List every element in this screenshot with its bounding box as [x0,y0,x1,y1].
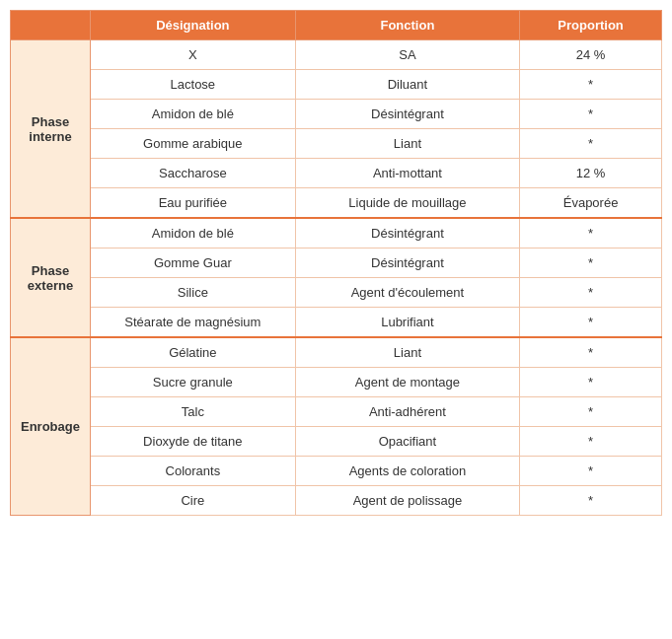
cell-proportion: * [520,70,662,100]
cell-fonction: Désintégrant [295,218,519,248]
cell-designation: Gomme arabique [90,129,295,159]
cell-designation: Stéarate de magnésium [90,308,295,338]
section-label-0: Phase interne [11,40,91,219]
cell-fonction: Agent de polissage [295,486,519,516]
cell-designation: Silice [90,278,295,308]
cell-fonction: Agent de montage [295,368,519,397]
cell-fonction: Liant [295,129,519,159]
cell-proportion: 12 % [520,159,662,188]
cell-fonction: Diluant [295,70,519,100]
cell-fonction: Opacifiant [295,427,519,457]
cell-designation: Amidon de blé [90,218,295,248]
header-section [11,11,91,40]
cell-proportion: * [520,337,662,368]
cell-fonction: Anti-adhérent [295,397,519,427]
cell-fonction: SA [295,40,519,70]
cell-fonction: Liant [295,337,519,368]
cell-fonction: Désintégrant [295,100,519,129]
header-designation: Désignation [90,11,295,40]
cell-proportion: * [520,100,662,129]
cell-designation: Eau purifiée [90,188,295,219]
cell-proportion: * [520,308,662,338]
cell-designation: X [90,40,295,70]
cell-proportion: * [520,278,662,308]
cell-designation: Gélatine [90,337,295,368]
cell-designation: Talc [90,397,295,427]
main-table: Désignation Fonction Proportion Phase in… [10,10,662,516]
cell-proportion: * [520,397,662,427]
cell-designation: Sucre granule [90,368,295,397]
cell-proportion: * [520,248,662,278]
cell-proportion: * [520,218,662,248]
cell-proportion: * [520,457,662,486]
cell-fonction: Anti-mottant [295,159,519,188]
cell-designation: Colorants [90,457,295,486]
cell-designation: Amidon de blé [90,100,295,129]
cell-proportion: * [520,129,662,159]
cell-designation: Saccharose [90,159,295,188]
cell-fonction: Agents de coloration [295,457,519,486]
section-label-2: Enrobage [11,337,91,516]
cell-designation: Gomme Guar [90,248,295,278]
cell-designation: Lactose [90,70,295,100]
cell-designation: Cire [90,486,295,516]
cell-fonction: Désintégrant [295,248,519,278]
cell-proportion: * [520,368,662,397]
cell-proportion: 24 % [520,40,662,70]
cell-fonction: Lubrifiant [295,308,519,338]
header-fonction: Fonction [295,11,519,40]
cell-proportion: * [520,486,662,516]
cell-proportion: Évaporée [520,188,662,219]
cell-designation: Dioxyde de titane [90,427,295,457]
header-proportion: Proportion [520,11,662,40]
section-label-1: Phase externe [11,218,91,337]
cell-fonction: Liquide de mouillage [295,188,519,219]
cell-fonction: Agent d'écoulement [295,278,519,308]
cell-proportion: * [520,427,662,457]
